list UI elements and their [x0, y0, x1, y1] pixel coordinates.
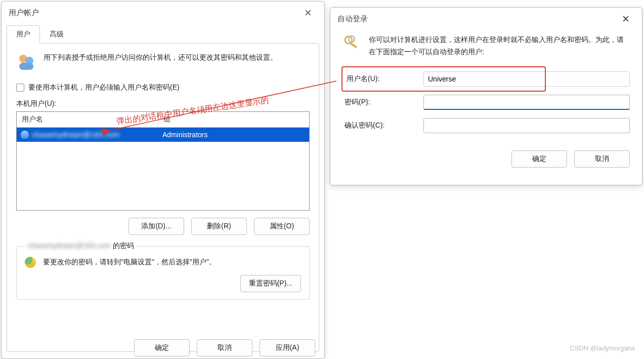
dialog-intro-text: 你可以对计算机进行设置，这样用户在登录时就不必输入用户名和密码。为此，请在下面指…	[369, 34, 630, 58]
confirm-password-row: 确认密码(C):	[342, 114, 630, 137]
confirm-password-label: 确认密码(C):	[342, 121, 423, 130]
column-username[interactable]: 用户名	[17, 112, 158, 127]
password-group: chasemydream@163.com 的密码 要更改你的密码，请转到"电脑设…	[16, 246, 310, 300]
reset-password-button[interactable]: 重置密码(P)...	[240, 275, 301, 292]
dialog-footer: 确定 取消 应用(A)	[2, 339, 324, 358]
auto-login-dialog: 自动登录 你可以对计算机进行设置，这样用户在登录时就不必输入用户名和密码。为此，…	[330, 7, 642, 185]
list-row-selected[interactable]: chasemydream@163.com Administrators	[17, 128, 309, 142]
cancel-button[interactable]: 取消	[574, 150, 630, 168]
intro-text: 用下列表授予或拒绝用户访问你的计算机，还可以更改其密码和其他设置。	[44, 52, 310, 63]
cell-group: Administrators	[158, 131, 309, 139]
users-listbox[interactable]: 用户名 组 chasemydream@163.com Administrator…	[16, 111, 310, 211]
password-hint-text: 要更改你的密码，请转到"电脑设置"，然后选择"用户"。	[43, 258, 216, 267]
username-blurred: chasemydream@163.com	[32, 131, 120, 139]
tab-users[interactable]: 用户	[7, 25, 40, 44]
titlebar: 用户帐户	[2, 2, 324, 21]
window-title: 用户帐户	[9, 8, 39, 18]
key-user-icon	[25, 257, 36, 268]
password-input[interactable]	[423, 95, 630, 110]
close-icon[interactable]	[617, 12, 635, 26]
user-icon	[21, 131, 29, 139]
list-header: 用户名 组	[17, 112, 309, 128]
username-label: 用户名(U):	[345, 74, 425, 84]
tab-advanced[interactable]: 高级	[40, 25, 73, 44]
dialog-title: 自动登录	[337, 14, 368, 24]
dialog-intro-row: 你可以对计算机进行设置，这样用户在登录时就不必输入用户名和密码。为此，请在下面指…	[342, 34, 630, 58]
user-group-icon	[16, 52, 36, 72]
legend-suffix: 的密码	[111, 242, 134, 250]
dialog-buttons: 确定 取消	[342, 150, 630, 168]
password-label: 密码(P):	[342, 98, 423, 107]
ok-button[interactable]: 确定	[134, 339, 190, 356]
titlebar: 自动登录	[330, 8, 642, 27]
svg-rect-2	[19, 63, 33, 70]
local-users-label: 本机用户(U):	[16, 99, 310, 108]
dialog-body: 你可以对计算机进行设置，这样用户在登录时就不必输入用户名和密码。为此，请在下面指…	[330, 27, 642, 177]
require-login-row[interactable]: 要使用本计算机，用户必须输入用户名和密码(E)	[16, 83, 310, 92]
password-hint-row: 要更改你的密码，请转到"电脑设置"，然后选择"用户"。	[25, 257, 301, 268]
cancel-button[interactable]: 取消	[197, 339, 252, 356]
svg-rect-4	[350, 42, 357, 48]
tabstrip: 用户 高级	[7, 25, 324, 43]
add-button[interactable]: 添加(D)...	[128, 218, 184, 235]
properties-button[interactable]: 属性(O)	[254, 218, 310, 235]
close-icon[interactable]	[299, 6, 317, 20]
password-row: 密码(P):	[342, 91, 630, 114]
legend-user-blurred: chasemydream@163.com	[28, 242, 111, 250]
intro-row: 用下列表授予或拒绝用户访问你的计算机，还可以更改其密码和其他设置。	[16, 52, 310, 72]
column-group[interactable]: 组	[158, 112, 309, 127]
keys-icon	[342, 34, 361, 52]
user-accounts-window: 用户帐户 用户 高级 用下列表授予或拒绝用户访问你的计算机，还可以更改其密码和其…	[1, 1, 325, 359]
remove-button[interactable]: 删除(R)	[191, 218, 247, 235]
watermark: CSDN @ladymorgana	[570, 344, 635, 352]
password-group-legend: chasemydream@163.com 的密码	[25, 242, 137, 251]
ok-button[interactable]: 确定	[511, 150, 567, 168]
user-action-buttons: 添加(D)... 删除(R) 属性(O)	[16, 218, 310, 235]
username-input[interactable]	[423, 71, 630, 87]
cell-username: chasemydream@163.com	[17, 131, 158, 139]
apply-button[interactable]: 应用(A)	[260, 339, 315, 356]
tab-panel-users: 用下列表授予或拒绝用户访问你的计算机，还可以更改其密码和其他设置。 要使用本计算…	[7, 43, 319, 352]
require-login-label: 要使用本计算机，用户必须输入用户名和密码(E)	[28, 83, 180, 92]
confirm-password-input[interactable]	[423, 118, 630, 133]
checkbox-icon[interactable]	[16, 84, 24, 92]
